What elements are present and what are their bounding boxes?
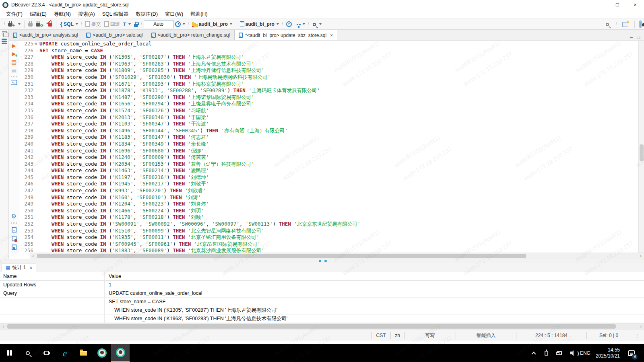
settings-gear-icon[interactable]: ⚙: [11, 213, 17, 219]
fold-marker-icon[interactable]: [35, 128, 39, 134]
fold-marker-icon[interactable]: [35, 241, 39, 248]
fold-marker-icon[interactable]: [35, 94, 39, 101]
editor-tab-2[interactable]: <audit_bi_pro> return_change.sql: [147, 30, 234, 40]
commit-button[interactable]: 提交: [84, 20, 102, 29]
vertical-scrollbar[interactable]: [638, 41, 644, 253]
fold-marker-icon[interactable]: [35, 67, 39, 74]
dbeaver-taskbar-button[interactable]: [93, 344, 111, 362]
fold-marker-icon[interactable]: [35, 134, 39, 141]
menu-item-0[interactable]: 文件(F): [2, 10, 26, 19]
fold-marker-icon[interactable]: [35, 54, 39, 61]
search-button[interactable]: [311, 20, 323, 29]
reconnect-button[interactable]: ⟳: [35, 20, 46, 29]
scroll-right-arrow[interactable]: ›: [638, 253, 644, 259]
results-horizontal-scrollbar[interactable]: ‹ ›: [0, 323, 644, 330]
connection-selector[interactable]: audit_bi_pro: [191, 20, 233, 29]
fold-marker-icon[interactable]: [35, 201, 39, 208]
fold-marker-icon[interactable]: [35, 61, 39, 68]
language-indicator[interactable]: ENG: [580, 344, 591, 362]
menu-item-1[interactable]: 编辑(E): [26, 10, 50, 19]
fold-marker-icon[interactable]: [35, 181, 39, 187]
maximize-editor-icon[interactable]: □: [637, 34, 640, 40]
lock-button[interactable]: [133, 20, 139, 29]
table-row[interactable]: WHEN store_code IN ('K1963', 'SF00283') …: [0, 315, 644, 323]
menu-item-7[interactable]: 帮助(H): [187, 10, 211, 19]
script-statistics-icon[interactable]: [12, 245, 17, 250]
dbeaver-taskbar-button-active[interactable]: [111, 344, 130, 362]
fold-marker-icon[interactable]: [35, 194, 39, 201]
transaction-mode-button[interactable]: T: [122, 20, 132, 29]
table-row[interactable]: Updated Rows1: [0, 281, 644, 289]
fold-marker-icon[interactable]: [35, 228, 39, 234]
table-row[interactable]: WHEN store_code IN ('K1305', 'SF00287') …: [0, 306, 644, 315]
editor-horizontal-scrollbar[interactable]: ‹ ›: [30, 253, 644, 259]
transaction-log-button[interactable]: [174, 20, 186, 29]
fold-marker-icon[interactable]: [35, 141, 39, 148]
database-navigator-icon[interactable]: [2, 39, 7, 40]
execute-script-button[interactable]: ▤: [11, 59, 17, 65]
scroll-left-arrow[interactable]: ‹: [30, 253, 36, 259]
quick-access-search[interactable]: [604, 20, 611, 29]
sql-editor-button[interactable]: {SQL: [59, 20, 79, 29]
editor-tab-3[interactable]: *<audit_bi_pro> update_sbz_store.sql×: [234, 30, 337, 40]
fold-marker-icon[interactable]: [35, 161, 39, 168]
close-icon[interactable]: ×: [29, 265, 32, 271]
editor-tab-0[interactable]: <audit_bi_pro> analysis.sql: [9, 30, 82, 40]
new-connection-button[interactable]: +: [7, 20, 22, 29]
fold-marker-icon[interactable]: [35, 174, 39, 181]
editor-tab-1[interactable]: <audit_bi_pro> sale.sql: [82, 30, 147, 40]
sql-console-button[interactable]: >_: [11, 80, 17, 85]
maximize-button[interactable]: □: [609, 0, 626, 10]
fold-marker-icon[interactable]: [35, 107, 39, 114]
fold-marker-icon[interactable]: [35, 208, 39, 214]
fold-marker-icon[interactable]: [35, 81, 39, 88]
table-row[interactable]: SET store_name = CASE: [0, 298, 644, 306]
tray-expand-button[interactable]: [528, 344, 539, 362]
rollback-button[interactable]: 回滚: [103, 20, 121, 29]
vertical-scroll-thumb[interactable]: [640, 144, 644, 161]
network-tray-button[interactable]: [554, 344, 565, 362]
disconnected-button[interactable]: [27, 20, 34, 29]
tasks-button[interactable]: [294, 20, 306, 29]
taskbar-search-button[interactable]: [19, 344, 37, 362]
internet-explorer-button[interactable]: e: [56, 344, 74, 362]
fold-marker-icon[interactable]: [35, 148, 39, 154]
fold-marker-icon[interactable]: [35, 187, 39, 194]
scroll-right-arrow[interactable]: ›: [638, 323, 644, 329]
schema-selector[interactable]: audit_bi_pro: [239, 20, 280, 29]
commit-mode-combo[interactable]: Auto: [144, 20, 173, 28]
restore-panel-icon[interactable]: [2, 31, 7, 35]
execute-statement-button[interactable]: ▶: [12, 43, 16, 48]
horizontal-scroll-thumb[interactable]: [37, 254, 526, 258]
fold-marker-icon[interactable]: [35, 234, 39, 241]
menu-item-3[interactable]: 搜索(A): [74, 10, 99, 19]
open-perspective-button[interactable]: [621, 20, 630, 29]
fold-marker-icon[interactable]: [35, 101, 39, 107]
validate-script-icon[interactable]: [12, 236, 17, 241]
fold-marker-icon[interactable]: [35, 221, 39, 228]
splitter-handle-icon[interactable]: [324, 260, 327, 262]
panel-splitter[interactable]: [0, 259, 644, 263]
sql-editor[interactable]: 225⊖UPDATE custom_online_sale_order_loca…: [19, 41, 644, 253]
task-view-button[interactable]: [37, 344, 56, 362]
code-area[interactable]: 225⊖UPDATE custom_online_sale_order_loca…: [19, 41, 638, 253]
action-center-button[interactable]: 9: [625, 344, 638, 362]
scroll-left-arrow[interactable]: ‹: [0, 323, 6, 329]
menu-item-2[interactable]: 导航(N): [50, 10, 74, 19]
explain-plan-button[interactable]: ▤: [11, 68, 17, 73]
horizontal-scroll-thumb[interactable]: [7, 324, 616, 329]
fold-marker-icon[interactable]: [35, 121, 39, 128]
fold-marker-icon[interactable]: [35, 167, 39, 174]
fold-marker-icon[interactable]: [35, 154, 39, 161]
fold-marker-icon[interactable]: [35, 214, 39, 221]
fold-marker-icon[interactable]: [35, 47, 39, 54]
minimize-button[interactable]: –: [591, 0, 609, 10]
fold-marker-icon[interactable]: [35, 114, 39, 121]
execute-new-tab-button[interactable]: ▶: [12, 51, 16, 56]
menu-item-5[interactable]: 数据库(D): [132, 10, 161, 19]
menu-item-6[interactable]: 窗口(W): [161, 10, 187, 19]
dbeaver-perspective-button[interactable]: [639, 21, 642, 28]
export-data-icon[interactable]: [12, 227, 17, 232]
volume-tray-button[interactable]: [567, 344, 578, 362]
splitter-handle-icon[interactable]: [319, 260, 321, 262]
